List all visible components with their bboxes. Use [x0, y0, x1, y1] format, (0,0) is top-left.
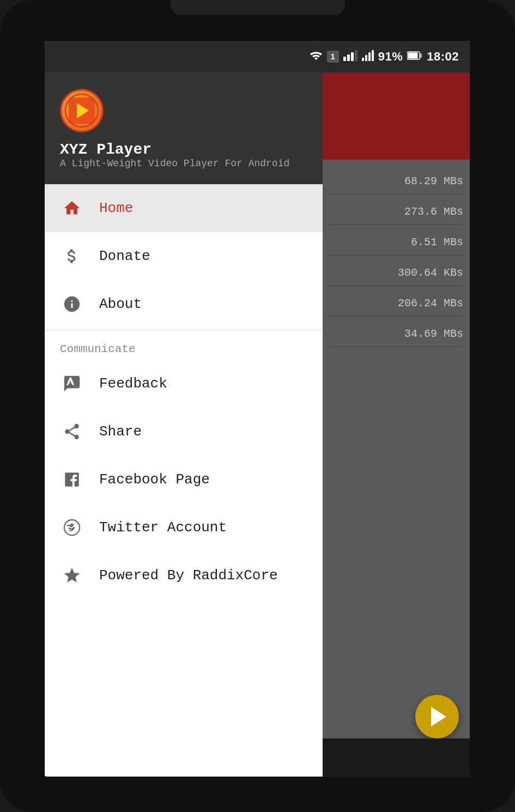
signal-bars-icon	[343, 50, 358, 64]
battery-percent: 91%	[378, 50, 403, 64]
notch	[171, 0, 345, 15]
main-content: XYZ Player A Light-Weight Video Player F…	[45, 72, 470, 777]
svg-rect-9	[408, 52, 418, 58]
fab-play-button[interactable]	[415, 695, 459, 738]
svg-point-11	[64, 520, 80, 535]
svg-rect-3	[355, 50, 358, 61]
svg-rect-4	[362, 58, 364, 61]
menu-item-about[interactable]: About	[45, 280, 323, 328]
share-label: Share	[99, 423, 142, 440]
star-icon	[60, 563, 84, 587]
phone-frame: 1	[0, 0, 515, 812]
section-divider	[45, 330, 323, 331]
svg-rect-10	[420, 53, 422, 58]
drawer-header: XYZ Player A Light-Weight Video Player F…	[45, 72, 323, 184]
svg-rect-7	[372, 50, 374, 61]
wifi-icon	[310, 50, 323, 64]
donate-label: Donate	[99, 248, 150, 264]
status-bar: 1	[45, 41, 470, 72]
dollar-icon	[60, 244, 84, 268]
menu-item-feedback[interactable]: Feedback	[45, 360, 323, 408]
menu-item-donate[interactable]: Donate	[45, 232, 323, 280]
communicate-section-header: Communicate	[45, 333, 323, 360]
battery-icon	[407, 51, 422, 63]
lte-bars-icon	[362, 50, 374, 64]
svg-rect-5	[365, 55, 367, 61]
menu-item-facebook[interactable]: Facebook Page	[45, 456, 323, 504]
feedback-label: Feedback	[99, 375, 167, 392]
file-size-5: 206.24 MBs	[329, 290, 463, 317]
drawer-menu: Home Donate	[45, 184, 323, 777]
app-name: XYZ Player	[60, 141, 307, 158]
twitter-icon	[60, 516, 84, 540]
home-label: Home	[99, 200, 133, 216]
svg-rect-1	[347, 54, 350, 61]
svg-rect-2	[351, 52, 354, 61]
file-size-4: 300.64 KBs	[329, 260, 463, 286]
file-size-3: 6.51 MBs	[329, 229, 463, 256]
signal-box-icon: 1	[327, 51, 339, 63]
feedback-icon	[60, 372, 84, 396]
phone-screen: 1	[45, 41, 470, 777]
file-size-1: 68.29 MBs	[329, 168, 463, 195]
right-panel-top	[323, 72, 470, 160]
menu-item-powered[interactable]: Powered By RaddixCore	[45, 552, 323, 599]
fab-play-icon	[431, 707, 446, 726]
time-display: 18:02	[427, 50, 459, 64]
app-logo	[60, 89, 104, 132]
right-panel: 68.29 MBs 273.6 MBs 6.51 MBs 300.64 KBs …	[323, 72, 470, 777]
menu-item-twitter[interactable]: Twitter Account	[45, 504, 323, 552]
facebook-icon	[60, 468, 84, 492]
twitter-label: Twitter Account	[99, 519, 227, 536]
drawer: XYZ Player A Light-Weight Video Player F…	[45, 72, 323, 777]
film-strips-decoration	[65, 94, 99, 128]
right-panel-content: 68.29 MBs 273.6 MBs 6.51 MBs 300.64 KBs …	[323, 160, 470, 777]
facebook-label: Facebook Page	[99, 471, 210, 488]
about-label: About	[99, 296, 142, 312]
menu-item-share[interactable]: Share	[45, 408, 323, 456]
svg-rect-0	[343, 57, 346, 61]
file-size-2: 273.6 MBs	[329, 199, 463, 225]
info-icon	[60, 292, 84, 316]
menu-item-home[interactable]: Home	[45, 184, 323, 232]
share-icon	[60, 420, 84, 444]
app-subtitle: A Light-Weight Video Player For Android	[60, 158, 307, 169]
file-size-6: 34.69 MBs	[329, 321, 463, 347]
home-icon	[60, 196, 84, 220]
svg-rect-6	[368, 52, 371, 61]
status-icons: 1	[310, 50, 459, 64]
app-info: XYZ Player A Light-Weight Video Player F…	[60, 141, 307, 169]
powered-label: Powered By RaddixCore	[99, 567, 278, 584]
